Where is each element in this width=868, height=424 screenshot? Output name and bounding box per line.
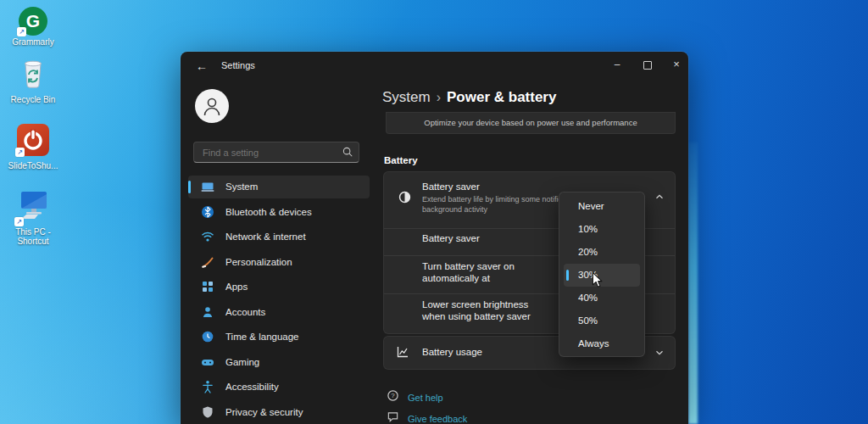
settings-window: ← Settings – ×: [181, 52, 688, 424]
sidebar-item-accessibility[interactable]: Accessibility: [188, 376, 370, 399]
sidebar-item-bluetooth-devices[interactable]: Bluetooth & devices: [188, 201, 370, 224]
person-icon: [201, 95, 223, 117]
desktop-icon-label: This PC - Shortcut: [3, 227, 63, 246]
shortcut-arrow-icon: ↗: [17, 27, 26, 36]
breadcrumb-system[interactable]: System: [382, 89, 431, 105]
desktop-icon-label: Grammarly: [3, 37, 63, 47]
svg-text:?: ?: [391, 392, 395, 399]
titlebar: ← Settings – ×: [181, 52, 688, 81]
maximize-button[interactable]: [633, 53, 662, 75]
breadcrumb-separator: ›: [437, 90, 441, 104]
this-pc-icon: ↗: [16, 188, 50, 226]
brush-icon: [201, 255, 214, 269]
desktop-icon-label: SlideToShu...: [3, 161, 63, 170]
give-feedback-link[interactable]: Give feedback: [387, 410, 467, 424]
dropdown-option-10[interactable]: 10%: [559, 218, 644, 241]
wallpaper-light-streak: [688, 142, 698, 424]
sidebar-item-personalization[interactable]: Personalization: [188, 251, 370, 274]
grammarly-icon: G ↗: [19, 7, 47, 36]
page-title: Power & battery: [447, 89, 556, 105]
get-help-link[interactable]: ? Get help: [387, 389, 443, 405]
dropdown-option-40[interactable]: 40%: [559, 287, 644, 310]
search-box[interactable]: [193, 142, 359, 163]
battery-saver-description: background activity: [422, 205, 487, 214]
sidebar-item-privacy-security[interactable]: Privacy & security: [188, 401, 370, 424]
power-mode-card-partial: Optimize your device based on power use …: [386, 112, 676, 134]
battery-usage-chart-icon: [396, 345, 409, 362]
desktop: G ↗ Grammarly Recycle Bin: [0, 0, 868, 424]
battery-saver-toggle-label: Battery saver: [422, 233, 480, 243]
battery-saver-icon: [398, 190, 412, 208]
sidebar-item-system[interactable]: System: [188, 176, 370, 198]
desktop-icon-grammarly[interactable]: G ↗ Grammarly: [3, 7, 63, 47]
gamepad-icon: [201, 355, 214, 369]
apps-grid-icon: [201, 280, 214, 293]
battery-saver-title: Battery saver: [422, 181, 480, 192]
bluetooth-icon: [201, 205, 214, 219]
dropdown-option-20[interactable]: 20%: [559, 241, 644, 264]
minimize-button[interactable]: –: [603, 53, 632, 75]
maximize-icon: [643, 61, 652, 70]
feedback-icon: [387, 410, 399, 424]
shield-icon: [201, 405, 214, 419]
sidebar-item-time-language[interactable]: Time & language: [188, 326, 370, 349]
dropdown-option-30-selected[interactable]: 30%: [564, 264, 640, 287]
lower-brightness-label: when using battery saver: [422, 311, 531, 321]
search-input[interactable]: [201, 143, 340, 161]
desktop-icon-slidetoshut[interactable]: ↗ SlideToShu...: [3, 124, 63, 170]
help-icon: ?: [387, 389, 399, 405]
search-icon: [342, 146, 353, 161]
close-button[interactable]: ×: [662, 53, 688, 75]
shortcut-arrow-icon: ↗: [14, 217, 24, 226]
back-button[interactable]: ←: [192, 58, 211, 75]
dropdown-option-50[interactable]: 50%: [559, 310, 644, 332]
accounts-person-icon: [201, 305, 214, 319]
battery-saver-description: Extend battery life by limiting some not…: [422, 195, 562, 204]
auto-battery-saver-label: automatically at: [422, 273, 490, 283]
sidebar-item-network-internet[interactable]: Network & internet: [188, 226, 370, 248]
battery-saver-dropdown: Never 10% 20% 30% 40% 50% Always: [559, 192, 645, 357]
chevron-up-icon[interactable]: [654, 191, 665, 206]
user-avatar[interactable]: [195, 89, 229, 123]
sidebar-item-accounts[interactable]: Accounts: [188, 301, 370, 324]
desktop-icon-this-pc[interactable]: ↗ This PC - Shortcut: [3, 188, 63, 246]
wifi-icon: [201, 230, 214, 243]
shortcut-arrow-icon: ↗: [15, 148, 25, 157]
desktop-icon-recycle-bin[interactable]: Recycle Bin: [3, 56, 63, 104]
accessibility-person-icon: [201, 380, 214, 393]
auto-battery-saver-label: Turn battery saver on: [422, 261, 515, 271]
chevron-down-icon[interactable]: [654, 347, 665, 362]
lower-brightness-label: Lower screen brightness: [422, 299, 528, 310]
slidetoshut-icon: ↗: [17, 124, 49, 156]
clock-icon: [201, 330, 214, 343]
battery-usage-label: Battery usage: [422, 347, 482, 357]
dropdown-option-never[interactable]: Never: [559, 195, 644, 218]
breadcrumb: System›Power & battery: [382, 89, 556, 106]
dropdown-option-always[interactable]: Always: [559, 332, 644, 355]
window-title: Settings: [221, 60, 255, 70]
sidebar-item-apps[interactable]: Apps: [188, 276, 370, 298]
recycle-bin-icon: [18, 56, 48, 93]
section-header-battery: Battery: [384, 155, 418, 165]
sidebar-item-gaming[interactable]: Gaming: [188, 351, 370, 374]
desktop-icon-label: Recycle Bin: [3, 95, 63, 104]
system-icon: [201, 180, 214, 193]
power-mode-description: Optimize your device based on power use …: [424, 118, 637, 127]
